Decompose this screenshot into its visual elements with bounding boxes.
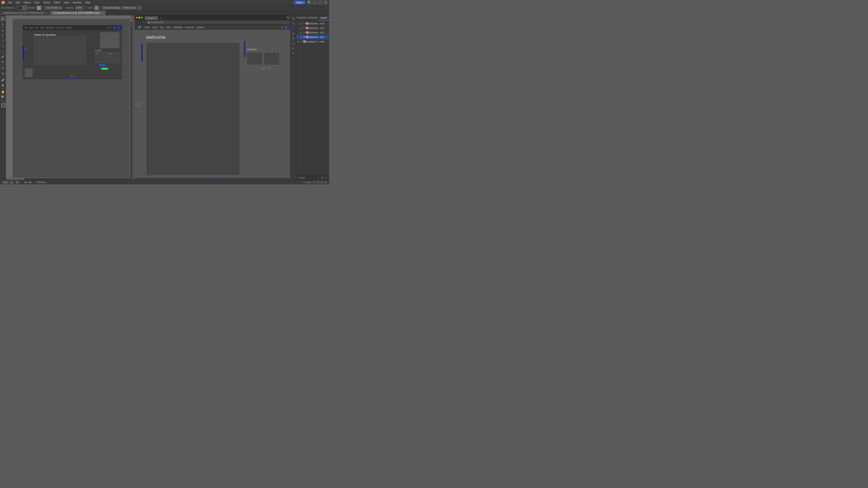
browser-tab-close[interactable]: ✕ xyxy=(154,17,156,19)
doc-tab-functional[interactable]: FunctionalScreens.ai @ 100 % (RGB/Previe… xyxy=(50,11,106,15)
search-button[interactable]: 🔍 xyxy=(307,0,311,5)
design-register-btn[interactable]: register xyxy=(101,68,108,70)
browser-url-field[interactable]: 🔒 localhost:3337 xyxy=(146,21,291,24)
tool-select[interactable]: ▸ xyxy=(0,16,5,21)
zoom-fit-btn[interactable]: ⊟ xyxy=(16,181,19,184)
layer-add-btn[interactable]: + xyxy=(317,176,320,180)
site-nav-news[interactable]: news xyxy=(153,26,157,29)
layer-item-prototype[interactable]: ▶ 👁 prototype 2 - main ○ xyxy=(296,39,329,44)
site-preview-next[interactable]: › xyxy=(268,66,271,70)
browser-new-tab-btn[interactable]: + xyxy=(158,16,162,20)
stroke-width-select[interactable]: 3 pt. Round xyxy=(44,6,62,10)
window-minimize-button[interactable]: _ xyxy=(312,0,317,5)
canvas-left[interactable]: news mov store download resources projec… xyxy=(6,15,132,180)
status-btn-3[interactable]: ⊕ xyxy=(320,181,323,184)
right-tool-8[interactable]: ⊘ xyxy=(291,51,296,56)
window-maximize-button[interactable]: □ xyxy=(318,0,322,5)
design-nav-download[interactable]: download xyxy=(46,27,54,29)
right-tool-4[interactable]: ⊞ xyxy=(291,31,296,36)
site-hero-left-nav[interactable]: ‹ xyxy=(135,30,142,180)
doc-tab-visitor[interactable]: visitorScreens.ai @ 69 % (RGB/Preview) ✕ xyxy=(0,11,50,15)
layer-toggle-scr3[interactable]: ▶ xyxy=(300,27,302,29)
browser-minimize-dot[interactable] xyxy=(138,17,141,19)
site-prev-arrow[interactable]: ‹ xyxy=(135,102,141,107)
right-tool-6[interactable]: ⊕ xyxy=(291,41,296,46)
stroke-color-box[interactable] xyxy=(18,6,22,10)
opacity-input[interactable] xyxy=(75,6,84,10)
layer-eye-scr4[interactable]: 👁 xyxy=(303,22,305,25)
menu-file[interactable]: File xyxy=(6,1,13,4)
right-tool-2[interactable]: ⊡ xyxy=(291,21,296,26)
design-nav-projects[interactable]: projects xyxy=(65,27,72,29)
browser-tab-active[interactable]: mempel ✕ xyxy=(145,16,158,20)
layer-lock-scr1[interactable]: ○ xyxy=(326,36,328,38)
artboard-prev-btn[interactable]: ◀ xyxy=(24,181,26,184)
stroke-box[interactable] xyxy=(2,103,5,107)
share-button[interactable]: Share xyxy=(294,1,305,4)
layer-item-scr3[interactable]: ▶ 👁 welcome - scr3 ○ xyxy=(296,26,329,30)
layer-lock-scr4[interactable]: ○ xyxy=(326,22,328,25)
menu-type[interactable]: Type xyxy=(33,1,41,4)
layer-item-scr1[interactable]: ▼ 👁 welcome - scr1 ○ xyxy=(296,35,329,39)
tool-pencil[interactable]: ✏ xyxy=(0,59,5,64)
horizontal-scrollbar[interactable] xyxy=(6,178,132,180)
toolbar-extra-icon[interactable]: ≡ xyxy=(138,6,142,10)
browser-maximize-dot[interactable] xyxy=(141,17,143,19)
status-btn-2[interactable]: ⊟ xyxy=(316,181,320,184)
site-nav-resources[interactable]: resources xyxy=(185,26,194,29)
right-tool-3[interactable]: ⟐ xyxy=(291,26,296,31)
tab-layers[interactable]: Layers xyxy=(318,15,329,21)
layer-lock-prototype[interactable]: ○ xyxy=(326,40,328,43)
tool-brush[interactable]: 🖌 xyxy=(0,54,5,59)
preferences-button[interactable]: Preferences xyxy=(122,6,137,10)
tool-hand[interactable]: ✋ xyxy=(0,89,5,94)
layer-delete-btn[interactable]: 🗑 xyxy=(321,176,324,180)
design-nav-news[interactable]: news xyxy=(29,27,33,29)
tab-close-functional[interactable]: ✕ xyxy=(101,12,103,14)
tab-artboards[interactable]: Artboards xyxy=(308,15,318,21)
tool-rect[interactable]: □ xyxy=(0,43,5,48)
menu-object[interactable]: Object xyxy=(22,1,32,4)
scrollbar-thumb-h[interactable] xyxy=(6,178,24,180)
site-nav-mov[interactable]: mov xyxy=(160,26,164,29)
vertical-scrollbar[interactable] xyxy=(130,15,132,180)
layer-item-scr4[interactable]: ▶ 👁 welcome - scr4 ○ xyxy=(296,21,329,26)
layer-eye-prototype[interactable]: 👁 xyxy=(300,40,303,43)
browser-window-minimize[interactable]: _ xyxy=(287,17,289,19)
menu-select[interactable]: Select xyxy=(41,1,52,4)
tool-direct-select[interactable]: ▷ xyxy=(0,22,5,26)
style-swatch[interactable] xyxy=(94,6,99,10)
site-nav-projects[interactable]: projects xyxy=(197,26,204,29)
layer-eye-scr2[interactable]: 👁 xyxy=(303,31,305,34)
menu-window[interactable]: Window xyxy=(71,1,83,4)
right-tool-1[interactable]: ◈ xyxy=(291,16,296,21)
stroke-color-swatch[interactable] xyxy=(37,6,41,10)
layer-toggle-scr1[interactable]: ▼ xyxy=(300,36,302,38)
browser-refresh-btn[interactable]: ↻ xyxy=(143,21,145,24)
zoom-select[interactable]: 69% 100% 150% xyxy=(2,181,13,184)
tool-ellipse[interactable]: ○ xyxy=(0,49,5,54)
design-nav-resources[interactable]: resources xyxy=(56,27,64,29)
site-nav-store[interactable]: store xyxy=(166,26,171,29)
design-nav-mov[interactable]: mov xyxy=(35,27,38,29)
layer-toggle-prototype[interactable]: ▶ xyxy=(297,40,300,43)
layer-lock-scr3[interactable]: ○ xyxy=(326,27,328,29)
window-close-button[interactable]: ✕ xyxy=(323,0,328,5)
menu-effect[interactable]: Effect xyxy=(52,1,62,4)
design-nav-store[interactable]: store xyxy=(40,27,44,29)
document-setup-button[interactable]: Document Setup xyxy=(102,6,121,10)
site-nav-download[interactable]: download xyxy=(174,26,183,29)
scrollbar-thumb-v[interactable] xyxy=(131,15,132,22)
site-nav-home[interactable]: home xyxy=(145,26,150,29)
tool-line[interactable]: ╱ xyxy=(0,38,5,43)
layer-toggle-scr2[interactable]: ▶ xyxy=(300,31,302,34)
menu-view[interactable]: View xyxy=(62,1,71,4)
tool-eyedropper[interactable]: 💉 xyxy=(0,77,5,83)
layer-lock-scr2[interactable]: ○ xyxy=(326,31,328,34)
right-tool-7[interactable]: ⊗ xyxy=(291,46,296,51)
artboard-next-btn[interactable]: ▶ xyxy=(30,181,31,184)
layer-eye-scr1[interactable]: 👁 xyxy=(303,36,305,38)
tool-zoom[interactable]: 🔍 xyxy=(0,94,5,99)
browser-close-dot[interactable] xyxy=(136,17,138,19)
tool-scale[interactable]: ⇲ xyxy=(0,71,5,76)
